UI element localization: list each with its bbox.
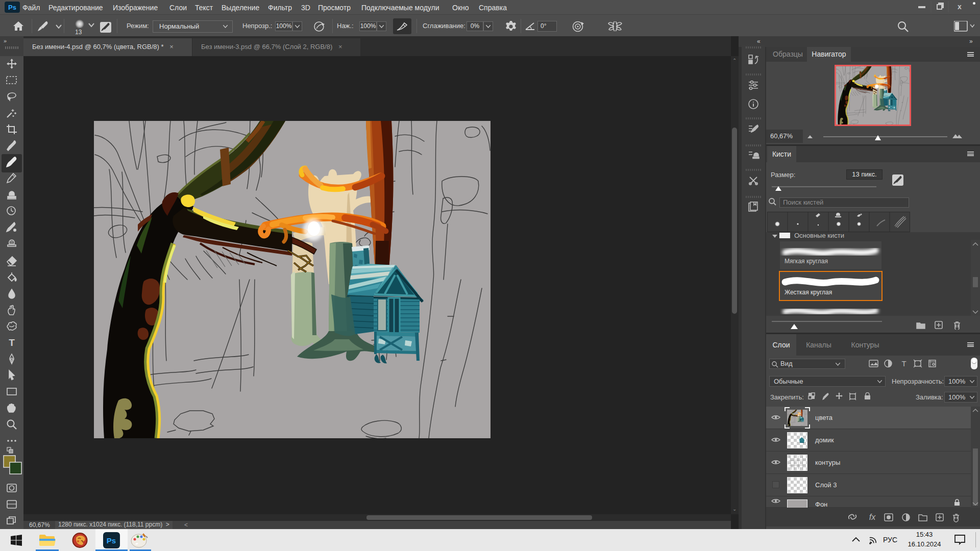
svg-text:Ps: Ps (107, 536, 116, 545)
svg-text:fx: fx (869, 513, 876, 521)
svg-text:T: T (901, 359, 906, 368)
svg-text:Ps: Ps (8, 4, 16, 11)
svg-text:x: x (958, 3, 962, 11)
svg-text:T: T (9, 337, 15, 348)
